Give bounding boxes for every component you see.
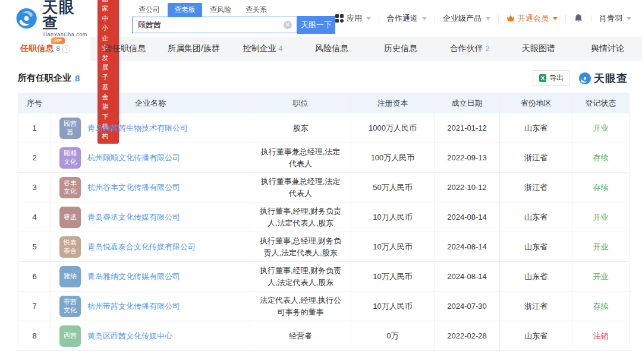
company-link[interactable]: 青岛雅纳文化传媒有限公司 xyxy=(87,271,180,282)
position-cell: 执行董事兼总经理,法定代表人 xyxy=(250,173,351,202)
capital-cell: 10万人民币 xyxy=(351,232,435,262)
excel-export-icon xyxy=(539,74,546,82)
export-button[interactable]: 导出 xyxy=(533,70,570,86)
nav-open-vip[interactable]: 开通会员 xyxy=(506,13,558,24)
notification-bell[interactable] xyxy=(574,14,583,23)
bell-icon xyxy=(574,14,583,23)
nav-enterprise-products[interactable]: 企业级产品 xyxy=(443,13,490,24)
company-avatar: 睿丞 xyxy=(59,207,81,228)
tab-5[interactable]: 历史信息 xyxy=(366,37,435,61)
row-index: 6 xyxy=(18,262,51,292)
chevron-down-icon xyxy=(422,17,427,20)
company-link[interactable]: 杭州带茜文化传播有限公司 xyxy=(87,301,180,312)
chevron-down-icon xyxy=(366,17,371,20)
watermark-swirl-icon xyxy=(578,72,591,85)
search-tab[interactable]: 查老板 xyxy=(168,3,202,17)
status-badge: 开业 xyxy=(572,202,630,232)
tab-8[interactable]: 舆情讨论 xyxy=(573,37,642,61)
row-index: 8 xyxy=(18,321,51,351)
positions-table-wrap: 序号企业名称职位注册资本成立日期省份地区登记状态 1 顾茜茜 青岛顾茜茜生物技术… xyxy=(0,93,642,351)
watermark-logo: 天眼查 xyxy=(578,71,628,86)
tab-1[interactable]: 曾任职信息 xyxy=(90,37,159,61)
user-menu[interactable]: 肖青羽 xyxy=(599,13,631,24)
tab-label: 风险信息 xyxy=(315,43,348,54)
date-cell: 2022-02-28 xyxy=(435,321,500,351)
tab-count: 8 xyxy=(56,45,60,53)
company-link[interactable]: 青岛顾茜茜生物技术有限公司 xyxy=(87,123,188,134)
position-cell: 执行董事,经理,财务负责人,法定代表人,股东 xyxy=(250,202,351,232)
tab-label: 所属集团/族群 xyxy=(168,43,220,54)
clear-icon[interactable]: ✕ xyxy=(284,21,292,29)
help-icon[interactable]: ? xyxy=(62,45,70,53)
province-cell: 山东省 xyxy=(500,202,572,232)
apps-grid-icon xyxy=(335,14,344,23)
province-cell: 浙江省 xyxy=(500,292,572,321)
company-avatar: 谷丰文化 xyxy=(59,177,81,198)
date-cell: 2024-07-30 xyxy=(435,292,500,321)
province-cell: 山东省 xyxy=(500,113,572,143)
status-badge: 开业 xyxy=(572,232,630,262)
position-cell: 股东 xyxy=(250,113,351,143)
search-input-wrap: ✕ xyxy=(132,17,297,33)
position-cell: 执行董事兼总经理,法定代表人 xyxy=(250,143,351,173)
search-tab[interactable]: 查关系 xyxy=(239,3,273,17)
watermark-text: 天眼查 xyxy=(594,71,628,86)
search-tab[interactable]: 查风险 xyxy=(203,3,238,17)
tianyancha-logo[interactable]: 天眼查 TianYanCha.com xyxy=(15,0,89,37)
divider xyxy=(565,15,566,23)
company-link[interactable]: 杭州谷丰文化传播有限公司 xyxy=(87,182,180,193)
tab-label: 历史信息 xyxy=(384,43,417,54)
tab-6[interactable]: 合作伙伴2 xyxy=(435,37,504,61)
tab-current-positions[interactable]: VIP任职信息8? xyxy=(0,37,90,61)
search-button[interactable]: 天眼一下 xyxy=(297,16,335,34)
export-label: 导出 xyxy=(549,73,564,83)
company-avatar: 悦嘉泰合 xyxy=(59,236,81,258)
company-link[interactable]: 杭州顾顺文化传播有限公司 xyxy=(87,153,180,163)
column-header: 企业名称 xyxy=(51,94,250,113)
company-link[interactable]: 青岛悦嘉泰合文化传媒有限公司 xyxy=(87,242,196,252)
username: 肖青羽 xyxy=(599,13,622,24)
tab-7[interactable]: 天眼图谱 xyxy=(504,37,573,61)
tab-2[interactable]: 所属集团/族群 xyxy=(159,37,228,61)
status-badge: 存续 xyxy=(572,143,630,173)
table-row: 5 悦嘉泰合 青岛悦嘉泰合文化传媒有限公司 执行董事,总经理,财务负责人,法定代… xyxy=(18,232,630,262)
chevron-down-icon xyxy=(553,17,558,20)
divider xyxy=(591,15,591,23)
column-header: 职位 xyxy=(250,94,351,113)
tab-label: 舆情讨论 xyxy=(591,43,624,54)
province-cell: 山东省 xyxy=(500,262,572,292)
promo-line2: 国家中小企业发展子基金旗下机构 xyxy=(102,0,114,141)
column-header: 注册资本 xyxy=(351,94,435,113)
company-link[interactable]: 黄岛区西茜文化传媒中心 xyxy=(87,331,172,341)
table-row: 2 顾顺文化 杭州顾顺文化传播有限公司 执行董事兼总经理,法定代表人 100万人… xyxy=(18,143,630,173)
position-cell: 法定代表人,经理,执行公司事务的董事 xyxy=(250,292,351,321)
date-cell: 2022-10-12 xyxy=(435,173,500,202)
logo-text: 天眼查 xyxy=(42,0,89,30)
row-index: 5 xyxy=(18,232,51,262)
nav-enterprise-label: 企业级产品 xyxy=(443,13,482,24)
search-input[interactable] xyxy=(133,17,297,33)
date-cell: 2024-08-14 xyxy=(435,232,500,262)
tab-4[interactable]: 风险信息 xyxy=(297,37,366,61)
table-row: 3 谷丰文化 杭州谷丰文化传播有限公司 执行董事兼总经理,法定代表人 50万人民… xyxy=(18,173,630,202)
company-link[interactable]: 青岛睿丞文化传媒有限公司 xyxy=(87,212,180,223)
nav-partner-channel[interactable]: 合作通道 xyxy=(387,13,427,24)
top-nav: 应用 合作通道 企业级产品 开通会员 xyxy=(335,13,631,24)
date-cell: 2022-09-13 xyxy=(435,143,500,173)
divider xyxy=(435,15,435,23)
vip-badge: VIP xyxy=(51,37,65,44)
tab-label: 任职信息 xyxy=(20,43,54,54)
tab-3[interactable]: 控制企业4 xyxy=(228,37,297,61)
table-row: 7 带茜文化 杭州带茜文化传播有限公司 法定代表人,经理,执行公司事务的董事 1… xyxy=(18,292,630,321)
company-avatar: 雅纳 xyxy=(59,266,81,287)
chevron-down-icon xyxy=(486,17,490,20)
search-tab[interactable]: 查公司 xyxy=(132,3,166,17)
province-cell: 浙江省 xyxy=(500,173,572,202)
company-avatar: 顾顺文化 xyxy=(59,147,81,169)
position-cell: 执行董事,总经理,财务负责人,法定代表人,股东 xyxy=(250,232,351,262)
tab-label: 天眼图谱 xyxy=(522,43,555,54)
chevron-down-icon xyxy=(627,17,631,20)
tab-count: 2 xyxy=(486,45,490,53)
nav-apps[interactable]: 应用 xyxy=(335,13,371,24)
position-cell: 执行董事,经理,财务负责人,法定代表人,股东 xyxy=(250,262,351,292)
